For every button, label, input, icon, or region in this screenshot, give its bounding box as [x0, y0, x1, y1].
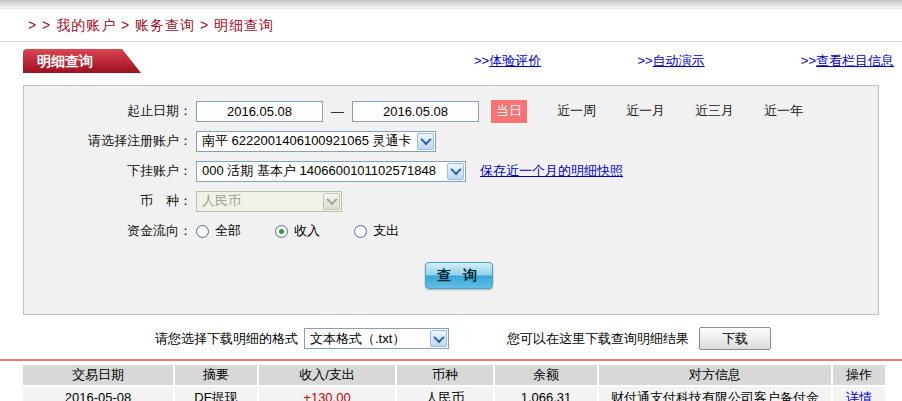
sub-account-row: 下挂账户： 000 活期 基本户 1406600101102571848 保存近…	[24, 156, 878, 186]
sub-account-value: 000 活期 基本户 1406600101102571848	[197, 162, 446, 180]
cell-summary: DF提现	[175, 387, 257, 401]
registered-account-select[interactable]: 南平 6222001406100921065 灵通卡	[196, 131, 436, 152]
detail-link[interactable]: 详情	[846, 390, 872, 401]
col-header-currency: 币种	[397, 365, 493, 385]
top-gradient-bar	[0, 0, 902, 9]
download-format-value: 文本格式（.txt）	[305, 330, 429, 348]
registered-account-value: 南平 6222001406100921065 灵通卡	[197, 132, 416, 150]
link-prefix: >>	[801, 53, 816, 68]
range-last-year[interactable]: 近一年	[764, 102, 803, 120]
range-last-3-months[interactable]: 近三月	[695, 102, 734, 120]
chevron-down-icon[interactable]	[430, 330, 447, 347]
radio-unselected-icon[interactable]	[196, 225, 209, 238]
range-today-badge[interactable]: 当日	[491, 100, 527, 123]
transaction-table: 交易日期 摘要 收入/支出 币种 余额 对方信息 操作 2016-05-08 D…	[21, 363, 887, 401]
download-format-label: 请您选择下载明细的格式	[155, 330, 298, 348]
download-button[interactable]: 下载	[699, 327, 771, 350]
cell-currency: 人民币	[397, 387, 493, 401]
chevron-down-icon[interactable]	[417, 133, 434, 150]
date-range-row: 起止日期： — 当日 近一周 近一月 近三月 近一年	[24, 96, 878, 126]
date-range-label: 起止日期：	[24, 102, 196, 120]
sub-account-label: 下挂账户：	[24, 162, 196, 180]
date-separator: —	[331, 104, 344, 119]
breadcrumb[interactable]: > > 我的账户 > 账务查询 > 明细查询	[0, 9, 902, 41]
range-last-month[interactable]: 近一月	[626, 102, 665, 120]
flow-option-label: 全部	[215, 222, 241, 240]
col-header-amount: 收入/支出	[259, 365, 395, 385]
col-header-balance: 余额	[495, 365, 597, 385]
registered-account-label: 请选择注册账户：	[24, 132, 196, 150]
range-last-week[interactable]: 近一周	[557, 102, 596, 120]
link-prefix: >>	[474, 53, 489, 68]
col-header-counterparty: 对方信息	[599, 365, 831, 385]
radio-selected-icon[interactable]	[275, 225, 288, 238]
tab-detail-query[interactable]: 明细查询	[23, 49, 141, 73]
flow-option-label: 支出	[373, 222, 399, 240]
registered-account-row: 请选择注册账户： 南平 6222001406100921065 灵通卡	[24, 126, 878, 156]
link-label: 查看栏目信息	[816, 53, 894, 68]
download-row: 请您选择下载明细的格式 文本格式（.txt） 您可以在这里下载查询明细结果 下载	[155, 327, 902, 350]
table-row: 2016-05-08 DF提现 +130.00 人民币 1,066.31 财付通…	[23, 387, 885, 401]
download-hint: 您可以在这里下载查询明细结果	[507, 330, 689, 348]
table-top-divider	[0, 359, 902, 361]
cell-amount: +130.00	[259, 387, 395, 401]
currency-value: 人民币	[197, 192, 322, 210]
flow-direction-label: 资金流向：	[24, 222, 196, 240]
col-header-date: 交易日期	[23, 365, 173, 385]
tab-row: 明细查询 >>体验评价 >>自动演示 >>查看栏目信息	[0, 49, 902, 79]
link-experience-rating[interactable]: >>体验评价	[474, 52, 541, 70]
link-label: 体验评价	[489, 53, 541, 68]
cell-date: 2016-05-08	[23, 387, 173, 401]
top-links: >>体验评价 >>自动演示 >>查看栏目信息	[474, 52, 894, 70]
currency-select: 人民币	[196, 191, 342, 212]
currency-row: 币 种： 人民币	[24, 186, 878, 216]
flow-option-expense[interactable]: 支出	[354, 222, 399, 240]
currency-label: 币 种：	[24, 192, 196, 210]
col-header-summary: 摘要	[175, 365, 257, 385]
breadcrumb-divider	[0, 41, 902, 42]
query-form-panel: 起止日期： — 当日 近一周 近一月 近三月 近一年 请选择注册账户： 南平 6…	[23, 85, 879, 315]
link-view-column-info[interactable]: >>查看栏目信息	[801, 52, 894, 70]
col-header-action: 操作	[833, 365, 885, 385]
date-from-input[interactable]	[196, 101, 323, 122]
link-auto-demo[interactable]: >>自动演示	[637, 52, 704, 70]
link-prefix: >>	[637, 53, 652, 68]
flow-direction-row: 资金流向： 全部 收入 支出	[24, 216, 878, 246]
save-snapshot-link[interactable]: 保存近一个月的明细快照	[480, 162, 623, 180]
date-to-input[interactable]	[352, 101, 479, 122]
flow-option-income[interactable]: 收入	[275, 222, 320, 240]
download-format-select[interactable]: 文本格式（.txt）	[304, 328, 449, 349]
chevron-down-icon	[323, 193, 340, 210]
table-header-row: 交易日期 摘要 收入/支出 币种 余额 对方信息 操作	[23, 365, 885, 385]
query-button[interactable]: 查 询	[425, 262, 493, 289]
flow-option-label: 收入	[294, 222, 320, 240]
cell-counterparty: 财付通支付科技有限公司客户备付金	[599, 387, 831, 401]
chevron-down-icon[interactable]	[447, 163, 464, 180]
cell-balance: 1,066.31	[495, 387, 597, 401]
flow-option-all[interactable]: 全部	[196, 222, 241, 240]
sub-account-select[interactable]: 000 活期 基本户 1406600101102571848	[196, 161, 466, 182]
link-label: 自动演示	[653, 53, 705, 68]
radio-unselected-icon[interactable]	[354, 225, 367, 238]
